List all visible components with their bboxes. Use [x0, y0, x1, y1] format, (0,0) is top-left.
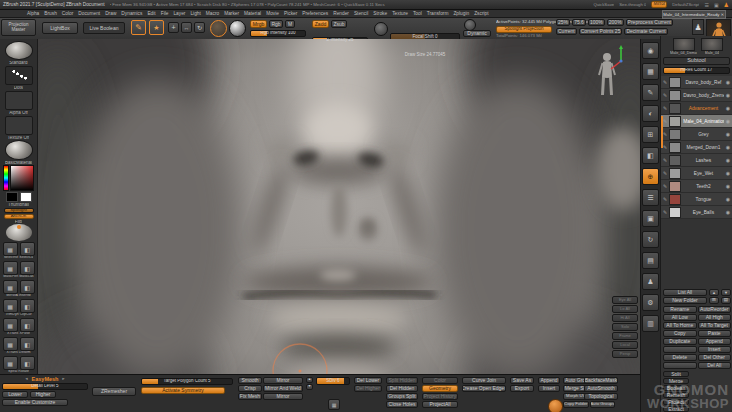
- subtool-row[interactable]: ✎ Tongue ◉: [661, 193, 732, 206]
- mirror-weld-button[interactable]: Mirror: [263, 393, 303, 400]
- subtool-action-button[interactable]: Append: [698, 338, 732, 345]
- subtool-down-button[interactable]: ▼: [721, 289, 731, 296]
- subtool-action-button[interactable]: AutoReorder: [698, 306, 732, 313]
- subtool-action-button[interactable]: All Low: [663, 314, 697, 321]
- strip-icon-button[interactable]: ⚙: [642, 294, 659, 311]
- subtool-action-button[interactable]: Copy: [663, 330, 697, 337]
- tool-thumb[interactable]: Male_04: [701, 38, 723, 55]
- del-level-button[interactable]: Del Lower: [354, 377, 382, 384]
- menu-item[interactable]: File: [161, 11, 169, 16]
- current-stroke-thumb[interactable]: [5, 66, 33, 85]
- quick-tool-button[interactable]: ▦: [3, 280, 18, 294]
- zsub-button[interactable]: Zsub: [331, 20, 347, 28]
- quick-tool-button[interactable]: ◧: [20, 356, 35, 370]
- main-color-swatch[interactable]: [6, 192, 18, 202]
- hidden-action-button[interactable]: Split Hidden: [386, 377, 418, 384]
- strip-icon-button[interactable]: ▥: [642, 315, 659, 332]
- modify-button[interactable]: Smooth: [238, 377, 262, 384]
- hidden-action-button[interactable]: Close Holes: [386, 401, 418, 408]
- spotlight-projection-button[interactable]: Spotlight Projection: [496, 26, 552, 33]
- easymesh-next-icon[interactable]: ►: [61, 377, 65, 381]
- light-position-dot[interactable]: [17, 225, 21, 229]
- subtool-action-button[interactable]: All To Home: [663, 322, 697, 329]
- light-placement-sphere[interactable]: [6, 224, 32, 241]
- subtool-count-slider[interactable]: HiRes Count 17: [663, 67, 730, 74]
- subtool-palette-title[interactable]: Subtool: [663, 57, 730, 65]
- menu-item[interactable]: Preferences: [302, 11, 328, 16]
- subtool-row[interactable]: ✎ Davro_body_Zremesh ◉: [661, 89, 732, 102]
- file-button[interactable]: Save As: [510, 377, 534, 384]
- scale-button[interactable]: ↔: [181, 22, 192, 33]
- subtool-section-header[interactable]: Extract: [663, 406, 689, 412]
- subtool-action-button[interactable]: Del Other: [698, 354, 732, 361]
- secondary-color-swatch[interactable]: [20, 192, 32, 202]
- menu-item[interactable]: Zplugin: [453, 11, 469, 16]
- strip-icon-button[interactable]: ▤: [642, 252, 659, 269]
- geometry-tab-button[interactable]: Color: [422, 377, 458, 384]
- quick-tool-button[interactable]: ▦: [3, 242, 18, 256]
- zadd-button[interactable]: Zadd: [312, 20, 329, 28]
- draw-button[interactable]: ★: [149, 20, 164, 35]
- eye-icon[interactable]: ◉: [726, 79, 730, 85]
- menu-item[interactable]: Document: [78, 11, 100, 16]
- automask-button[interactable]: Topological: [584, 393, 618, 400]
- quick-tool-button[interactable]: ▦: [3, 318, 18, 332]
- eye-icon[interactable]: ◉: [726, 118, 730, 124]
- subtool-section-header[interactable]: Split: [663, 371, 689, 377]
- canvas-side-button[interactable]: Persp: [612, 350, 638, 358]
- mrgb-button[interactable]: Mrgb: [250, 20, 267, 28]
- eye-icon[interactable]: ◉: [726, 183, 730, 189]
- menu-item[interactable]: Render: [333, 11, 349, 16]
- subtool-action-button[interactable]: [663, 346, 697, 353]
- mirror-button[interactable]: Mirror: [651, 1, 667, 8]
- hidden-action-button[interactable]: Del Hidden: [386, 385, 418, 392]
- menus-icon[interactable]: ☰: [704, 2, 708, 8]
- menu-item[interactable]: Stroke: [373, 11, 387, 16]
- subtool-section-header[interactable]: Remesh: [663, 392, 689, 398]
- menu-item[interactable]: Material: [244, 11, 261, 16]
- eye-icon[interactable]: ◉: [726, 196, 730, 202]
- sculpt-canvas[interactable]: Eye AllLo AllHi AllSoloFrameLocalPersp: [38, 39, 640, 412]
- subtool-action-button[interactable]: Del All: [698, 362, 732, 369]
- move-button[interactable]: +: [168, 22, 179, 33]
- groups-sub-button[interactable]: Copy Folder: [563, 401, 589, 408]
- subtool-scrollbar[interactable]: [661, 116, 663, 148]
- lower-button[interactable]: Lower: [2, 391, 28, 398]
- paint-icon[interactable]: ✎: [663, 170, 667, 176]
- canvas-side-button[interactable]: Eye All: [612, 296, 638, 304]
- projection-master-button[interactable]: Projection Master: [1, 19, 36, 36]
- canvas-side-button[interactable]: Local: [612, 341, 638, 349]
- easymesh-prev-icon[interactable]: ◄: [25, 377, 29, 381]
- decimate-percent-button[interactable]: Preprocess Current: [626, 19, 673, 26]
- anchor-toggle[interactable]: AnchOn: [4, 214, 34, 219]
- decimate-percent-button[interactable]: 75.6: [572, 19, 586, 26]
- sdiv-down-button[interactable]: ▼: [306, 384, 313, 390]
- paint-icon[interactable]: ✎: [663, 92, 667, 98]
- crease-button[interactable]: Curve Join: [462, 377, 506, 384]
- subtool-row[interactable]: ✎ Advancement ◉: [661, 102, 732, 115]
- mirror-weld-button[interactable]: Mirror And Weld: [263, 385, 303, 392]
- quick-tool-button[interactable]: ▦: [3, 299, 18, 313]
- folder-collapse-icon[interactable]: ⊞: [709, 297, 719, 304]
- del-level-button[interactable]: Del Higher: [354, 385, 382, 392]
- strip-icon-button[interactable]: ⊕: [642, 168, 659, 185]
- subtool-row[interactable]: ✎ Davro_body_Ref ◉: [661, 76, 732, 89]
- default-zscript-button[interactable]: DefaultZScript: [672, 2, 699, 7]
- geometry-tab-button[interactable]: Project History: [422, 393, 458, 400]
- paint-icon[interactable]: ✎: [663, 131, 667, 137]
- current-material-thumb[interactable]: [5, 140, 33, 159]
- current-alpha-thumb[interactable]: [5, 91, 33, 110]
- crease-button[interactable]: Crease Open Edges: [462, 385, 506, 392]
- menu-item[interactable]: Movie: [266, 11, 279, 16]
- rgb-intensity-slider[interactable]: Rgb Intensity 100: [250, 30, 306, 37]
- sdiv-slider[interactable]: SDiv 6: [316, 377, 350, 385]
- modify-button[interactable]: Crisp: [238, 385, 262, 392]
- subtool-row[interactable]: ✎ Male_04_Animation_Ready ◉: [661, 115, 732, 128]
- paint-icon[interactable]: ✎: [663, 79, 667, 85]
- quick-tool-button[interactable]: ▦: [3, 356, 18, 370]
- current-texture-thumb[interactable]: [5, 116, 33, 135]
- strip-icon-button[interactable]: ⊞: [642, 126, 659, 143]
- decimate-action-button[interactable]: Current: [556, 28, 577, 35]
- strip-icon-button[interactable]: ☰: [642, 189, 659, 206]
- paint-icon[interactable]: ✎: [663, 157, 667, 163]
